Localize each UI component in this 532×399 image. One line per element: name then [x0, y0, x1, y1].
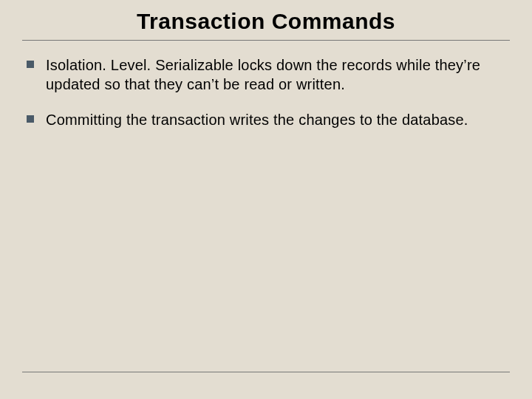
bullet-text: Isolation. Level. Serializable locks dow…	[46, 55, 510, 94]
bullet-item: Isolation. Level. Serializable locks dow…	[27, 55, 510, 94]
bullet-text: Committing the transaction writes the ch…	[46, 110, 468, 129]
bullet-marker-icon	[27, 115, 34, 123]
slide-content: Isolation. Level. Serializable locks dow…	[22, 55, 510, 129]
bullet-marker-icon	[27, 61, 34, 68]
title-divider	[22, 40, 510, 41]
slide-container: Transaction Commands Isolation. Level. S…	[0, 0, 532, 399]
slide-title: Transaction Commands	[22, 9, 510, 34]
bullet-item: Committing the transaction writes the ch…	[27, 110, 510, 129]
footer-divider	[22, 372, 510, 372]
